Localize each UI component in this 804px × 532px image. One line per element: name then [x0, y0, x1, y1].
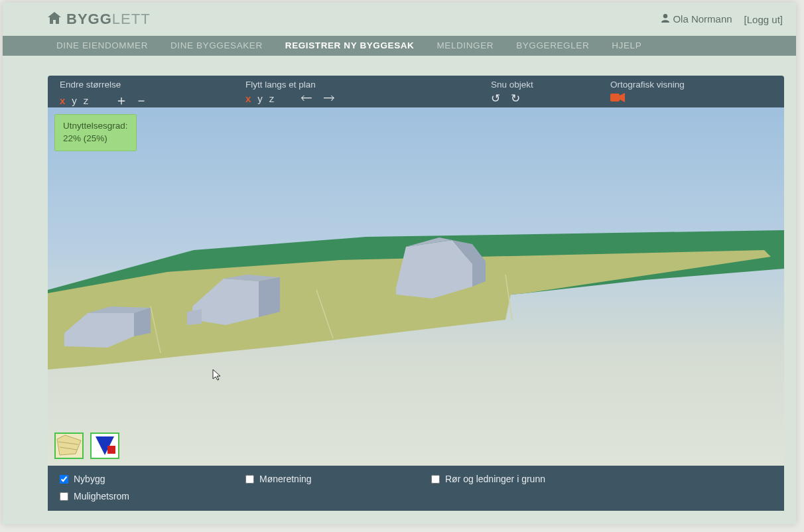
- svg-rect-23: [107, 446, 115, 454]
- user-name: Ola Normann: [673, 13, 732, 25]
- move-left-icon[interactable]: 🡐: [301, 92, 312, 105]
- ror-checkbox[interactable]: [431, 475, 440, 484]
- user-chip[interactable]: Ola Normann: [661, 13, 732, 25]
- option-ror[interactable]: Rør og ledninger i grunn: [431, 474, 630, 484]
- logout-link[interactable]: [Logg ut]: [744, 14, 783, 25]
- rotate-label: Snu objekt: [491, 80, 610, 90]
- app-brand: BYGGLETT: [48, 11, 151, 28]
- 3d-viewport[interactable]: Utnyttelsesgrad: 22% (25%): [48, 107, 784, 466]
- nav-item-eiendommer[interactable]: DINE EIENDOMMER: [45, 36, 159, 56]
- move-axis-y[interactable]: y: [257, 93, 263, 104]
- utilization-badge: Utnyttelsesgrad: 22% (25%): [54, 114, 137, 151]
- option-mulighetsrom[interactable]: Mulighetsrom: [60, 491, 772, 501]
- resize-axis-y[interactable]: y: [72, 95, 77, 106]
- viewport-toolbar: Endre størrelse x y z ＋ － Flytt langs et…: [48, 76, 784, 107]
- resize-axis-z[interactable]: z: [84, 95, 89, 106]
- resize-decrease-icon[interactable]: －: [135, 92, 148, 109]
- move-label: Flytt langs et plan: [245, 80, 491, 90]
- view-label: Ortografisk visning: [610, 80, 685, 90]
- brand-part1: BYGG: [66, 11, 112, 27]
- nav-item-hjelp[interactable]: HJELP: [600, 36, 653, 56]
- mulighetsrom-checkbox[interactable]: [60, 492, 68, 501]
- nav-item-meldinger[interactable]: MELDINGER: [425, 36, 505, 56]
- mulighetsrom-label: Mulighetsrom: [74, 491, 129, 501]
- move-right-icon[interactable]: 🡒: [323, 92, 335, 105]
- nav-item-registrer[interactable]: REGISTRER NY BYGGESAK: [274, 36, 426, 56]
- svg-marker-13: [259, 277, 280, 317]
- nav-item-byggesaker[interactable]: DINE BYGGESAKER: [159, 36, 274, 56]
- workspace: Endre størrelse x y z ＋ － Flytt langs et…: [48, 76, 784, 523]
- layer-options: Nybygg Møneretning Rør og ledninger i gr…: [48, 466, 784, 511]
- home-icon: [48, 12, 61, 27]
- rotate-cw-icon[interactable]: ↻: [511, 92, 520, 105]
- option-moneretning[interactable]: Møneretning: [245, 474, 431, 484]
- object-view-thumbnail[interactable]: [90, 432, 119, 459]
- utilization-label: Utnyttelsesgrad:: [63, 120, 128, 133]
- resize-increase-icon[interactable]: ＋: [115, 92, 128, 109]
- move-axis-x[interactable]: x: [245, 93, 251, 104]
- main-nav: DINE EIENDOMMER DINE BYGGESAKER REGISTRE…: [3, 36, 796, 56]
- resize-axis-x[interactable]: x: [60, 95, 65, 106]
- nybygg-checkbox[interactable]: [60, 475, 68, 484]
- ror-label: Rør og ledninger i grunn: [445, 474, 545, 484]
- svg-marker-14: [187, 309, 202, 325]
- svg-rect-1: [610, 94, 620, 101]
- utilization-value: 22% (25%): [63, 133, 128, 145]
- scene: [48, 107, 784, 466]
- user-icon: [661, 13, 673, 25]
- camera-icon[interactable]: [610, 92, 625, 105]
- resize-label: Endre størrelse: [60, 80, 245, 90]
- map-view-thumbnail[interactable]: [54, 432, 84, 459]
- moneretning-label: Møneretning: [259, 474, 312, 484]
- brand-part2: LETT: [112, 11, 151, 27]
- svg-point-0: [663, 14, 667, 18]
- rotate-ccw-icon[interactable]: ↺: [491, 92, 500, 105]
- mouse-cursor-icon: [212, 369, 222, 383]
- move-axis-z[interactable]: z: [269, 93, 275, 104]
- nybygg-label: Nybygg: [74, 474, 105, 484]
- moneretning-checkbox[interactable]: [245, 475, 254, 484]
- nav-item-byggeregler[interactable]: BYGGEREGLER: [505, 36, 600, 56]
- option-nybygg[interactable]: Nybygg: [60, 474, 245, 484]
